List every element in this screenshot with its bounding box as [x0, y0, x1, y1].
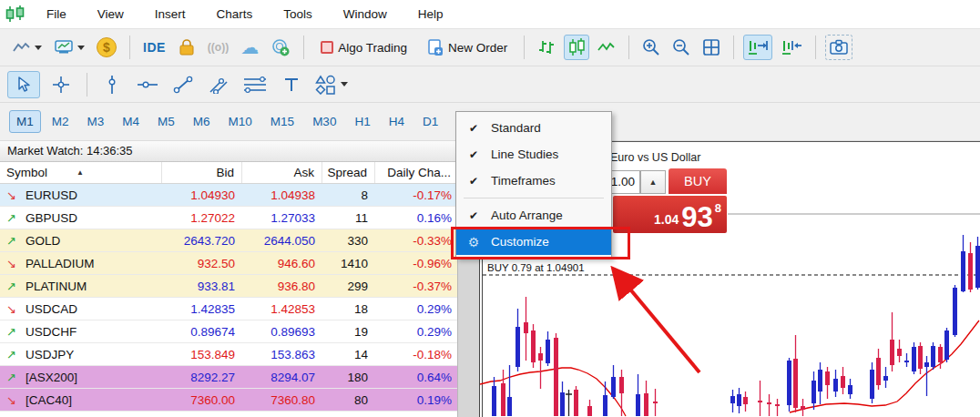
checkmark-icon: ✔ [456, 209, 491, 222]
spread-value: 330 [322, 234, 375, 248]
text-icon [283, 76, 300, 93]
market-watch-row-USDJPY[interactable]: ↗USDJPY153.849153.86314-0.18% [0, 343, 457, 366]
bid-value: 1.42835 [162, 302, 242, 316]
zoom-out-button[interactable] [669, 35, 694, 60]
bar-chart-mode-button[interactable] [534, 35, 559, 60]
cloud-button[interactable]: ☁ [237, 35, 262, 60]
deposit-button[interactable]: $ [93, 35, 120, 60]
candlestick-mode-button[interactable] [564, 35, 589, 60]
screenshot-button[interactable] [825, 35, 852, 60]
horizontal-line-tool-button[interactable] [132, 71, 163, 98]
market-watch-row-USDCHF[interactable]: ↗USDCHF0.896740.89693190.29% [0, 320, 457, 343]
community-button[interactable] [267, 35, 294, 60]
market-watch-row-USDCAD[interactable]: ↘USDCAD1.428351.42853180.29% [0, 298, 457, 320]
timeframe-m5[interactable]: M5 [150, 110, 182, 133]
indicator-dropdown[interactable] [50, 35, 88, 60]
spread-value: 180 [322, 371, 375, 384]
spread-value: 14 [322, 348, 375, 361]
chart-type-dropdown[interactable] [9, 35, 46, 60]
symbol-name: PALLADIUM [26, 257, 95, 270]
symbol-name: USDJPY [26, 348, 74, 361]
algo-trading-icon [321, 41, 333, 54]
shapes-tool-dropdown[interactable] [311, 71, 352, 98]
timeframe-d1[interactable]: D1 [415, 110, 445, 133]
daily-change-value: -0.33% [375, 234, 457, 248]
context-menu-item-auto-arrange[interactable]: ✔Auto Arrange [456, 202, 611, 229]
shift-chart-end-button[interactable] [743, 35, 772, 60]
menu-view[interactable]: View [82, 7, 139, 21]
timeframe-m2[interactable]: M2 [45, 110, 77, 133]
signals-button[interactable]: ((o)) [204, 35, 232, 60]
ide-button[interactable]: IDE [139, 35, 169, 60]
column-header-bid[interactable]: Bid [162, 162, 242, 183]
context-menu-item-timeframes[interactable]: ✔Timeframes [456, 168, 611, 194]
context-menu-item-standard[interactable]: ✔Standard [456, 115, 611, 141]
market-watch-row-ASX200[interactable]: ↗[ASX200]8292.278294.071800.64% [0, 366, 457, 389]
crosshair-tool-button[interactable] [45, 71, 77, 98]
timeframe-h1[interactable]: H1 [347, 110, 377, 133]
cursor-tool-button[interactable] [7, 71, 40, 98]
market-watch-row-PALLADIUM[interactable]: ↘PALLADIUM932.50946.601410-0.96% [0, 252, 457, 275]
trend-down-icon: ↘ [6, 257, 18, 270]
algo-trading-toggle[interactable]: Algo Trading [313, 35, 414, 60]
vertical-line-tool-button[interactable] [97, 71, 128, 98]
symbol-name: USDCHF [26, 325, 77, 339]
market-watch-row-CAC40[interactable]: ↘[CAC40]7360.007360.80800.19% [0, 389, 457, 412]
market-watch-row-EURUSD[interactable]: ↘EURUSD1.049301.049388-0.17% [0, 184, 457, 207]
trend-up-icon: ↗ [6, 371, 18, 384]
chevron-down-icon [77, 46, 85, 50]
context-menu-item-line-studies[interactable]: ✔Line Studies [456, 141, 611, 168]
bid-value: 2643.720 [162, 234, 242, 248]
daily-change-value: -0.96% [375, 257, 457, 270]
channel-icon [209, 76, 229, 94]
line-studies-toolbar [0, 66, 980, 103]
volume-up-button[interactable]: ▲ [640, 170, 666, 194]
equidistant-lines-tool-button[interactable] [239, 71, 271, 98]
trendline-tool-button[interactable] [168, 71, 199, 98]
timeframe-m10[interactable]: M10 [221, 110, 260, 133]
ask-value: 1.42853 [242, 302, 322, 316]
market-watch-row-GOLD[interactable]: ↗GOLD2643.7202644.050330-0.33% [0, 229, 457, 252]
market-watch-row-PLATINUM[interactable]: ↗PLATINUM933.81936.80299-0.37% [0, 275, 457, 298]
menu-file[interactable]: File [31, 7, 82, 21]
market-watch-row-GBPUSD[interactable]: ↗GBPUSD1.270221.27033110.16% [0, 207, 457, 229]
timeframe-m4[interactable]: M4 [115, 110, 147, 133]
tile-windows-button[interactable] [699, 35, 724, 60]
timeframe-m15[interactable]: M15 [263, 110, 301, 133]
shift-chart-button[interactable] [777, 35, 806, 60]
cursor-icon [15, 76, 32, 93]
new-order-button[interactable]: New Order [419, 35, 515, 60]
ask-value: 946.60 [242, 257, 322, 270]
daily-change-value: 0.29% [375, 325, 457, 339]
line-chart-mode-button[interactable] [594, 35, 619, 60]
symbol-name: GBPUSD [26, 211, 77, 225]
timeframe-m6[interactable]: M6 [186, 110, 218, 133]
timeframe-h4[interactable]: H4 [382, 110, 412, 133]
symbol-name: USDCAD [26, 302, 77, 316]
column-header-symbol[interactable]: Symbol▲ [0, 162, 162, 183]
buy-button[interactable]: BUY [669, 168, 727, 194]
column-header-ask[interactable]: Ask [242, 162, 322, 183]
trend-up-icon: ↗ [6, 234, 18, 248]
column-header-spread[interactable]: Spread [322, 162, 375, 183]
bid-value: 8292.27 [162, 371, 242, 384]
menu-tools[interactable]: Tools [268, 7, 328, 21]
checkmark-icon: ✔ [456, 148, 491, 161]
timeframe-m30[interactable]: M30 [305, 110, 343, 133]
column-header-daily-change[interactable]: Daily Cha... [375, 162, 457, 183]
market-bag-button[interactable] [174, 35, 199, 60]
market-watch-title: Market Watch: 14:36:35 [0, 141, 457, 162]
timeframe-m3[interactable]: M3 [80, 110, 112, 133]
menu-help[interactable]: Help [403, 7, 459, 21]
menu-insert[interactable]: Insert [139, 7, 201, 21]
channel-tool-button[interactable] [203, 71, 234, 98]
bid-value: 932.50 [162, 257, 242, 270]
timeframe-m1[interactable]: M1 [9, 110, 41, 133]
menu-charts[interactable]: Charts [201, 7, 269, 21]
spread-value: 11 [322, 211, 375, 225]
price-prefix: 1.04 [654, 212, 679, 227]
text-tool-button[interactable] [276, 71, 307, 98]
menu-window[interactable]: Window [328, 7, 403, 21]
chart-title: Euro vs US Dollar [610, 151, 700, 164]
zoom-in-button[interactable] [638, 35, 664, 60]
